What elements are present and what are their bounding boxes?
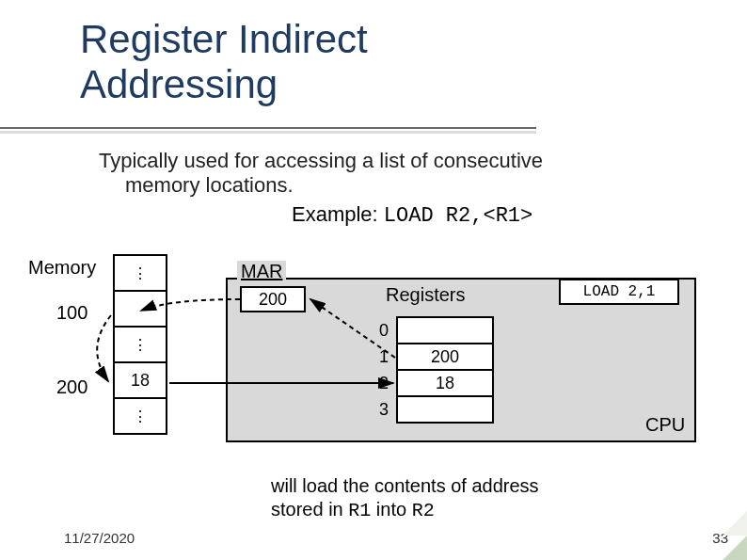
footnote-a: will load the contents of address — [271, 475, 539, 496]
footnote-r2: R2 — [412, 500, 435, 521]
desc-line-2: memory locations. — [99, 173, 701, 198]
register-value: 200 — [396, 343, 494, 371]
desc-line-1: Typically used for accessing a list of c… — [99, 149, 543, 172]
register-value: 18 — [396, 369, 494, 397]
footnote-r1: R1 — [348, 500, 371, 521]
example-code: LOAD R2,<R1> — [384, 204, 532, 228]
memory-table: ⋮ ⋮ 18 ⋮ — [113, 256, 167, 435]
register-value — [396, 395, 494, 424]
memory-address-200: 200 — [56, 376, 87, 398]
mar-label: MAR — [237, 261, 286, 282]
divider-shadow — [0, 131, 536, 134]
example-label: Example: — [292, 202, 378, 226]
memory-cell-dots: ⋮ — [113, 326, 167, 363]
register-row: 1200 — [372, 343, 494, 371]
registers-table: 0 1200 218 3 — [372, 318, 494, 424]
register-row: 3 — [372, 395, 494, 424]
register-row: 218 — [372, 369, 494, 397]
example-line: Example: LOAD R2,<R1> — [292, 202, 532, 228]
register-row: 0 — [372, 316, 494, 344]
footnote-b: stored in — [271, 499, 348, 520]
cpu-label: CPU — [645, 414, 685, 436]
register-index: 2 — [372, 369, 396, 397]
mar-value: 200 — [240, 286, 306, 312]
title-line-1: Register Indirect — [80, 17, 368, 61]
memory-label: Memory — [28, 257, 96, 279]
page-corner-decoration — [723, 536, 747, 560]
memory-cell-dots: ⋮ — [113, 254, 167, 292]
registers-label: Registers — [386, 284, 465, 306]
register-index: 0 — [372, 316, 396, 344]
memory-address-100: 100 — [56, 302, 87, 324]
title-line-2: Addressing — [80, 62, 278, 106]
instruction-box: LOAD 2,1 — [559, 279, 679, 305]
footnote: will load the contents of address stored… — [271, 474, 713, 522]
slide-date: 11/27/2020 — [64, 530, 135, 546]
footnote-c: into — [371, 499, 411, 520]
slide-title: Register Indirect Addressing — [80, 17, 368, 108]
memory-cell-200: 18 — [113, 361, 167, 399]
memory-cell-100 — [113, 290, 167, 328]
description: Typically used for accessing a list of c… — [99, 149, 701, 198]
register-value — [396, 316, 494, 344]
register-index: 3 — [372, 395, 396, 424]
register-index: 1 — [372, 343, 396, 371]
memory-cell-dots: ⋮ — [113, 397, 167, 435]
divider — [0, 127, 536, 129]
